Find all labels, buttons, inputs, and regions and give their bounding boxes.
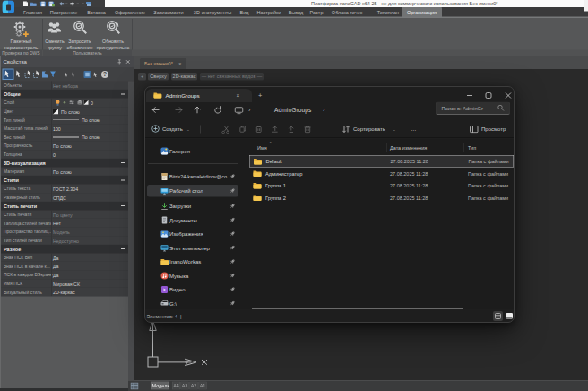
svg-text:?: ? [103, 71, 107, 77]
